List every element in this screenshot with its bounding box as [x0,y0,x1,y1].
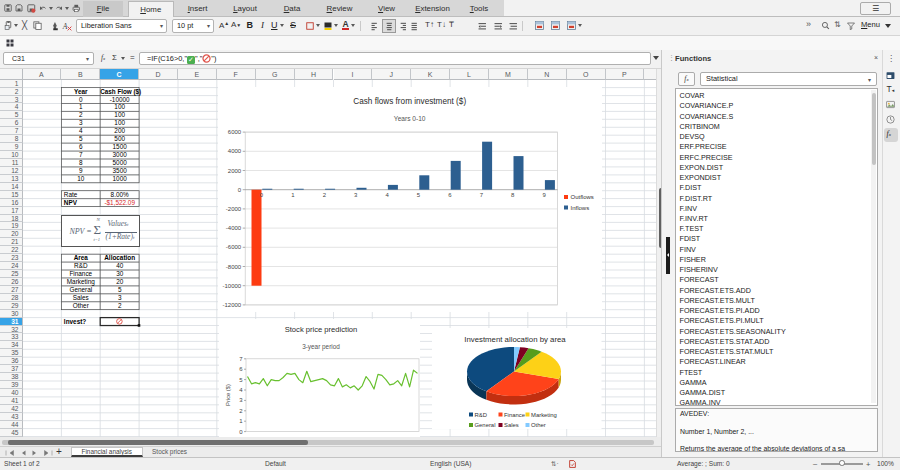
svg-text:A: A [62,21,68,30]
